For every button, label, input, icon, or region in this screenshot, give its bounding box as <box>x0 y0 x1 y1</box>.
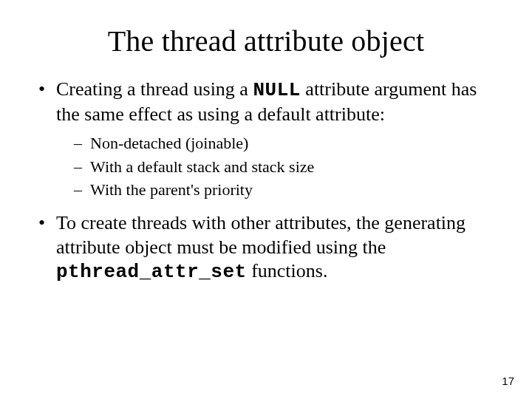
sub-bullet-2: With a default stack and stack size <box>71 156 497 178</box>
sub-bullet-1: Non-detached (joinable) <box>71 132 497 154</box>
bullet2-code: pthread_attr_set <box>56 261 247 283</box>
bullet-item-1: Creating a thread using a NULL attribute… <box>35 78 497 201</box>
page-number: 17 <box>502 375 514 387</box>
bullet2-post: functions. <box>247 260 328 282</box>
bullet2-pre: To create threads with other attributes,… <box>56 212 466 258</box>
bullet-list: Creating a thread using a NULL attribute… <box>35 78 497 284</box>
page-title: The thread attribute object <box>35 24 497 58</box>
sub-bullet-3: With the parent's priority <box>71 179 497 201</box>
slide: The thread attribute object Creating a t… <box>0 0 532 399</box>
bullet-item-2: To create threads with other attributes,… <box>35 211 497 284</box>
bullet1-code: NULL <box>253 79 300 101</box>
bullet1-pre: Creating a thread using a <box>56 78 253 100</box>
sub-bullet-list: Non-detached (joinable) With a default s… <box>56 132 497 201</box>
